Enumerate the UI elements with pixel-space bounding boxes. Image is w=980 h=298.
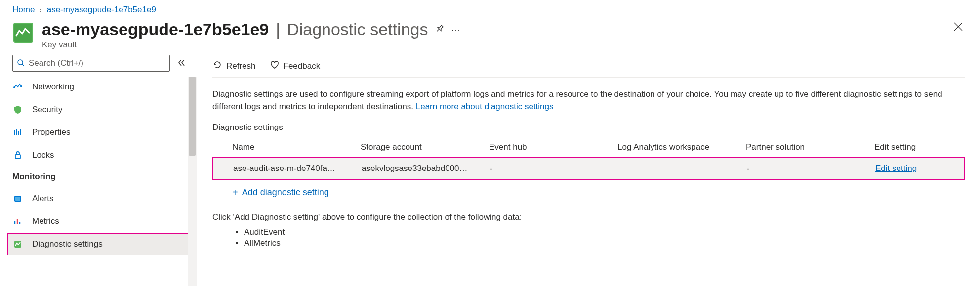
breadcrumb-home[interactable]: Home bbox=[12, 5, 35, 15]
shield-icon bbox=[12, 104, 23, 115]
main-content: Refresh Feedback Diagnostic settings are… bbox=[197, 55, 980, 286]
resource-title: ase-myasegpude-1e7b5e1e9 bbox=[42, 20, 269, 39]
svg-rect-13 bbox=[15, 155, 20, 159]
sidebar-item-metrics[interactable]: Metrics bbox=[12, 210, 197, 233]
sidebar-scrollbar[interactable] bbox=[188, 77, 197, 286]
sidebar-item-label: Security bbox=[32, 105, 62, 115]
col-name: Name bbox=[232, 142, 361, 152]
add-label: Add diagnostic setting bbox=[242, 187, 329, 198]
sidebar-item-security[interactable]: Security bbox=[12, 98, 197, 121]
scrollbar-thumb[interactable] bbox=[189, 77, 196, 156]
pin-icon[interactable] bbox=[435, 24, 445, 35]
svg-point-7 bbox=[14, 87, 15, 88]
sidebar-item-diagnostic-settings[interactable]: Diagnostic settings bbox=[7, 233, 197, 255]
alerts-icon bbox=[12, 193, 23, 204]
section-label: Diagnostic settings bbox=[212, 123, 965, 132]
col-eventhub: Event hub bbox=[489, 142, 617, 152]
keyvault-resource-icon bbox=[12, 22, 34, 43]
metrics-icon bbox=[12, 216, 23, 227]
svg-point-5 bbox=[18, 60, 23, 65]
breadcrumb-current[interactable]: ase-myasegpude-1e7b5e1e9 bbox=[47, 5, 156, 15]
more-icon[interactable]: ··· bbox=[451, 26, 460, 34]
sidebar-item-label: Networking bbox=[32, 82, 74, 92]
refresh-button[interactable]: Refresh bbox=[212, 60, 256, 72]
svg-line-2 bbox=[437, 29, 440, 32]
properties-icon bbox=[12, 127, 23, 138]
settings-table: Name Storage account Event hub Log Analy… bbox=[212, 137, 965, 205]
sidebar-item-label: Properties bbox=[32, 128, 70, 137]
sidebar-item-locks[interactable]: Locks bbox=[12, 144, 197, 167]
toolbar: Refresh Feedback bbox=[212, 55, 965, 78]
sidebar-item-properties[interactable]: Properties bbox=[12, 121, 197, 144]
sidebar-item-networking[interactable]: Networking bbox=[12, 76, 197, 98]
search-icon bbox=[17, 59, 25, 68]
svg-line-6 bbox=[22, 64, 24, 66]
page-title: Diagnostic settings bbox=[287, 20, 428, 39]
svg-point-8 bbox=[21, 86, 22, 87]
svg-rect-15 bbox=[15, 197, 20, 201]
sidebar-search[interactable] bbox=[12, 55, 170, 72]
col-partner: Partner solution bbox=[746, 142, 874, 152]
page-header: ase-myasegpude-1e7b5e1e9 | Diagnostic se… bbox=[0, 19, 980, 55]
sidebar-section-monitoring: Monitoring bbox=[12, 167, 197, 187]
resource-type-label: Key vault bbox=[42, 40, 968, 50]
title-separator: | bbox=[276, 20, 280, 39]
sidebar-item-alerts[interactable]: Alerts bbox=[12, 187, 197, 210]
refresh-icon bbox=[212, 60, 222, 72]
close-button[interactable] bbox=[953, 22, 963, 34]
sidebar-item-label: Locks bbox=[32, 150, 54, 160]
feedback-button[interactable]: Feedback bbox=[270, 60, 321, 72]
chevron-right-icon: › bbox=[40, 6, 41, 14]
breadcrumb: Home › ase-myasegpude-1e7b5e1e9 bbox=[0, 0, 980, 19]
plus-icon: + bbox=[232, 187, 238, 198]
hint-text: Click 'Add Diagnostic setting' above to … bbox=[212, 213, 965, 222]
learn-more-link[interactable]: Learn more about diagnostic settings bbox=[416, 102, 554, 111]
table-header-row: Name Storage account Event hub Log Analy… bbox=[212, 137, 965, 157]
col-storage: Storage account bbox=[361, 142, 489, 152]
lock-icon bbox=[12, 150, 23, 161]
data-type-item: AllMetrics bbox=[244, 238, 965, 248]
sidebar-item-label: Alerts bbox=[32, 194, 53, 204]
sidebar: Networking Security Properties Locks Mon… bbox=[0, 55, 197, 286]
data-type-item: AuditEvent bbox=[244, 227, 965, 237]
refresh-label: Refresh bbox=[226, 61, 256, 71]
feedback-label: Feedback bbox=[284, 61, 321, 71]
add-diagnostic-setting[interactable]: + Add diagnostic setting bbox=[212, 180, 965, 205]
diagnostic-icon bbox=[12, 239, 23, 250]
description-text: Diagnostic settings are used to configur… bbox=[212, 88, 965, 113]
heart-icon bbox=[270, 60, 280, 72]
edit-setting-link[interactable]: Edit setting bbox=[875, 164, 917, 173]
col-law: Log Analytics workspace bbox=[617, 142, 746, 152]
cell-name: ase-audit-ase-m-de740fa… bbox=[233, 164, 362, 173]
data-types-list: AuditEvent AllMetrics bbox=[244, 227, 965, 248]
networking-icon bbox=[12, 82, 23, 92]
col-edit: Edit setting bbox=[874, 142, 963, 152]
cell-eventhub: - bbox=[490, 164, 618, 173]
sidebar-search-input[interactable] bbox=[29, 58, 165, 68]
collapse-sidebar-icon[interactable] bbox=[177, 58, 186, 69]
cell-storage: asekvlogsase33ebabd000… bbox=[362, 164, 490, 173]
cell-partner: - bbox=[747, 164, 875, 173]
sidebar-item-label: Metrics bbox=[32, 216, 59, 226]
table-row[interactable]: ase-audit-ase-m-de740fa… asekvlogsase33e… bbox=[212, 157, 965, 180]
sidebar-item-label: Diagnostic settings bbox=[32, 239, 103, 249]
